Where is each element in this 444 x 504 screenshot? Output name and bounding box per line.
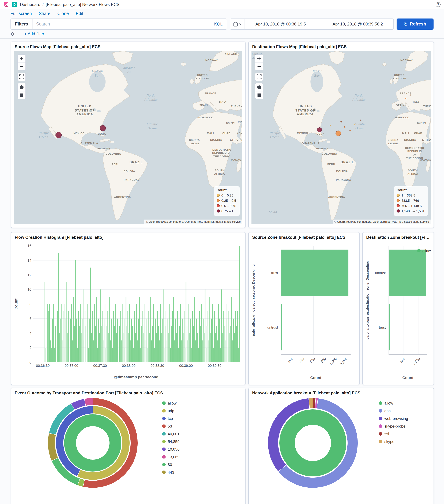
histogram-bar[interactable]	[181, 341, 182, 362]
histogram-bar[interactable]	[53, 304, 54, 362]
kql-language-toggle[interactable]: KQL	[210, 22, 227, 27]
histogram-bar[interactable]	[225, 341, 225, 362]
histogram-bar[interactable]	[66, 319, 66, 362]
histogram-bar[interactable]	[95, 326, 96, 362]
histogram-bar[interactable]	[202, 341, 203, 362]
destination-flows-map[interactable]: NORWAYUNITED KINGDOMFRANCESPAINITALYTURK…	[252, 51, 431, 224]
date-range-end[interactable]: Apr 10, 2018 @ 00:39:56.2	[322, 22, 393, 27]
map-data-point[interactable]	[330, 125, 331, 126]
event-outcome-donut-chart[interactable]	[48, 398, 138, 488]
calendar-button[interactable]	[230, 19, 245, 29]
histogram-bar[interactable]	[139, 297, 140, 362]
histogram-bar[interactable]	[154, 348, 155, 362]
histogram-bar[interactable]	[176, 333, 177, 362]
histogram-bar[interactable]	[160, 304, 161, 362]
histogram-bar[interactable]	[144, 304, 144, 362]
histogram-bar[interactable]	[151, 341, 152, 362]
histogram-bar[interactable]	[127, 326, 127, 362]
histogram-bar[interactable]	[89, 319, 90, 362]
histogram-bar[interactable]	[231, 297, 232, 362]
help-icon[interactable]: ?	[436, 2, 441, 7]
histogram-bar[interactable]	[124, 319, 124, 362]
histogram-bar[interactable]	[115, 304, 116, 362]
fit-to-bounds-button[interactable]	[18, 73, 25, 81]
legend-item[interactable]: ssl	[379, 430, 408, 438]
histogram-bar[interactable]	[179, 326, 180, 362]
histogram-bar[interactable]	[100, 289, 101, 362]
histogram-bar[interactable]	[98, 319, 99, 362]
histogram-bar[interactable]	[199, 311, 200, 362]
histogram-bar[interactable]	[213, 348, 214, 362]
histogram-bar[interactable]	[233, 319, 234, 362]
histogram-bar[interactable]	[68, 311, 69, 362]
histogram-bar[interactable]	[64, 348, 64, 362]
histogram-bar[interactable]	[228, 311, 229, 362]
share-link[interactable]: Share	[39, 11, 51, 16]
histogram-bar[interactable]	[94, 304, 95, 362]
histogram-bar[interactable]	[168, 319, 168, 362]
histogram-bar[interactable]	[136, 304, 137, 362]
histogram-bar[interactable]	[187, 326, 187, 362]
histogram-bar[interactable]	[171, 326, 172, 362]
histogram-bar[interactable]	[133, 348, 134, 362]
histogram-bar[interactable]	[99, 333, 100, 362]
histogram-bar[interactable]	[152, 326, 153, 362]
histogram-bar[interactable]	[75, 260, 76, 362]
map-data-point[interactable]	[344, 126, 346, 128]
kibana-logo[interactable]	[3, 1, 9, 7]
histogram-bar[interactable]	[82, 319, 83, 362]
zoom-out-button[interactable]	[255, 62, 263, 70]
histogram-bar[interactable]	[182, 319, 183, 362]
histogram-bar[interactable]	[131, 319, 132, 362]
histogram-bar[interactable]	[114, 326, 115, 362]
histogram-bar[interactable]	[204, 333, 205, 362]
histogram-bar[interactable]	[120, 311, 120, 362]
legend-item[interactable]: udp	[162, 407, 179, 415]
legend-item[interactable]: 54,859	[162, 438, 179, 445]
histogram-bar[interactable]	[68, 333, 68, 362]
histogram-bar[interactable]	[46, 348, 46, 362]
histogram-bar[interactable]	[143, 333, 144, 362]
histogram-bar[interactable]	[216, 326, 217, 362]
saved-query-menu-button[interactable]: Filters	[11, 19, 33, 29]
histogram-bar[interactable]	[217, 341, 218, 362]
clone-link[interactable]: Clone	[57, 11, 69, 16]
histogram-bar[interactable]	[177, 311, 178, 362]
histogram-bar[interactable]	[79, 326, 80, 362]
histogram-bar[interactable]	[162, 319, 163, 362]
histogram-bar[interactable]	[49, 304, 50, 362]
histogram-bar[interactable]	[157, 311, 158, 362]
draw-polygon-button[interactable]	[18, 83, 25, 91]
fit-to-bounds-button[interactable]	[255, 73, 263, 81]
histogram-bar[interactable]	[59, 333, 60, 362]
histogram-bar[interactable]	[173, 297, 174, 362]
panel-title[interactable]: Destination Flows Map [Filebeat palo_alt…	[249, 42, 434, 50]
histogram-bar[interactable]	[86, 326, 86, 362]
histogram-bar[interactable]	[87, 304, 88, 362]
histogram-bar[interactable]	[148, 348, 148, 362]
histogram-bar[interactable]	[58, 253, 59, 362]
legend-item[interactable]: 443	[162, 468, 179, 476]
histogram-bar[interactable]	[209, 341, 209, 362]
histogram-bar[interactable]	[209, 297, 210, 362]
histogram-bar[interactable]	[201, 304, 202, 362]
legend-item[interactable]: skype-probe	[379, 422, 408, 430]
legend-item[interactable]: web-browsing	[379, 415, 408, 422]
histogram-bar[interactable]	[236, 326, 237, 362]
histogram-bar[interactable]	[189, 333, 190, 362]
add-filter-link[interactable]: + Add filter	[24, 31, 44, 36]
histogram-bar[interactable]	[138, 319, 139, 362]
histogram-bar[interactable]	[117, 319, 118, 362]
histogram-bar[interactable]	[112, 348, 113, 362]
histogram-bar[interactable]	[193, 326, 194, 362]
histogram-bar[interactable]	[121, 341, 121, 362]
draw-rectangle-button[interactable]	[255, 91, 263, 99]
legend-item[interactable]: dns	[379, 407, 408, 415]
histogram-bar[interactable]	[226, 319, 226, 362]
histogram-bar[interactable]	[96, 297, 97, 362]
histogram-bar[interactable]	[119, 326, 120, 362]
histogram-bar[interactable]	[210, 333, 211, 362]
filter-options-gear-icon[interactable]: ⚙	[10, 32, 15, 36]
panel-title[interactable]: Source Flows Map [Filebeat palo_alto] EC…	[11, 42, 245, 50]
histogram-bar[interactable]	[106, 326, 107, 362]
